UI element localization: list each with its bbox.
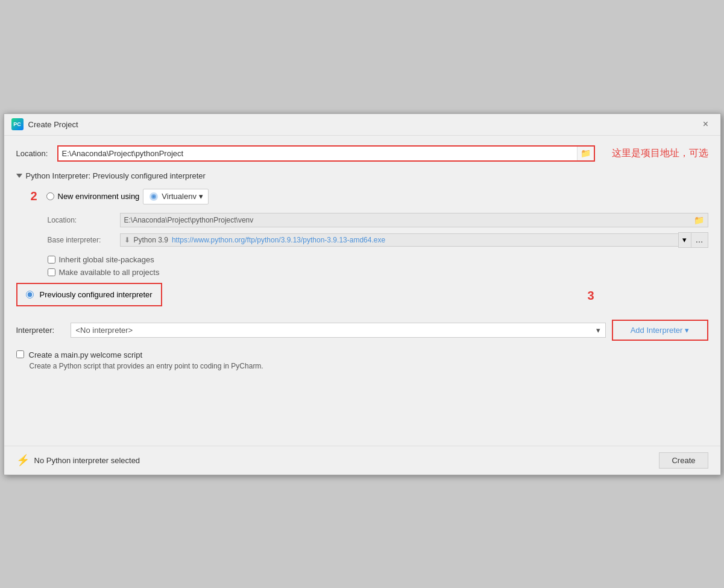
annotation-text: 这里是项目地址，可选: [612, 147, 708, 160]
collapse-triangle[interactable]: [16, 174, 22, 178]
make-available-row: Make available to all projects: [48, 268, 708, 277]
step3-number: 3: [588, 289, 600, 303]
warning-icon: ⚡: [16, 454, 30, 467]
location-field-value: E:\Anaconda\Project\pythonProject\venv 📁: [120, 213, 708, 227]
base-interp-dropdown-btn[interactable]: ▾: [678, 232, 691, 248]
prev-config-left: Previously configured interpreter: [16, 280, 162, 315]
inherit-global-row: Inherit global site-packages: [48, 255, 708, 264]
create-main-description: Create a Python script that provides an …: [30, 362, 708, 370]
interp-dropdown-arrow: ▾: [596, 326, 600, 335]
python-version: Python 3.9: [134, 236, 168, 244]
make-available-checkbox[interactable]: [48, 268, 55, 276]
create-main-checkbox[interactable]: [16, 350, 24, 358]
new-env-label: New environment using: [58, 192, 140, 201]
footer-buttons: Create: [659, 452, 708, 469]
add-interp-label: Add Interpreter: [631, 326, 683, 335]
create-project-dialog: PC Create Project × Location: 📁 这里是项目地址，…: [4, 113, 721, 475]
prev-configured-radio[interactable]: [26, 291, 34, 299]
location-display: [58, 147, 578, 160]
location-input-wrapper: 📁: [57, 145, 595, 162]
title-bar-left: PC Create Project: [11, 118, 78, 130]
interpreter-dropdown[interactable]: <No interpreter> ▾: [71, 323, 606, 338]
indent-block: 2 New environment using Virtualenv ▾: [31, 189, 708, 277]
create-main-label: Create a main.py welcome script: [29, 350, 143, 359]
base-interp-label: Base interpreter:: [48, 236, 120, 244]
warning-text: No Python interpreter selected: [34, 456, 140, 465]
create-main-row: Create a main.py welcome script: [16, 350, 708, 359]
location-sublabel: Location:: [48, 216, 120, 224]
add-interpreter-button[interactable]: Add Interpreter ▾: [612, 320, 708, 341]
pycharm-icon: PC: [11, 118, 24, 130]
prev-configured-label: Previously configured interpreter: [40, 290, 153, 299]
title-bar: PC Create Project ×: [4, 114, 720, 136]
interpreter-label: Interpreter:: [16, 326, 65, 335]
location-folder-button[interactable]: 📁: [577, 147, 593, 160]
prev-configured-section: Previously configured interpreter: [16, 283, 162, 306]
prev-config-outer: Previously configured interpreter 3: [16, 280, 708, 315]
inherit-global-label: Inherit global site-packages: [59, 255, 154, 264]
location-input[interactable]: [58, 147, 578, 160]
virtualenv-label: Virtualenv: [162, 192, 197, 201]
base-interp-more-btn[interactable]: …: [691, 232, 708, 248]
dropdown-arrow-icon: ▾: [199, 192, 203, 201]
close-button[interactable]: ×: [699, 117, 713, 131]
inherit-global-checkbox[interactable]: [48, 256, 55, 264]
location-field-text: E:\Anaconda\Project\pythonProject\venv: [124, 216, 254, 224]
make-available-label: Make available to all projects: [59, 268, 160, 277]
location-sub-folder-icon: 📁: [694, 215, 704, 225]
new-env-row: 2 New environment using Virtualenv ▾: [31, 189, 708, 204]
create-button[interactable]: Create: [659, 452, 708, 469]
download-icon: ⬇: [124, 236, 130, 244]
python-url: https://www.python.org/ftp/python/3.9.13…: [172, 236, 385, 244]
virtualenv-dropdown[interactable]: Virtualenv ▾: [143, 189, 209, 204]
add-interp-arrow: ▾: [685, 326, 689, 335]
location-row: Location: 📁 这里是项目地址，可选: [16, 145, 708, 162]
virtualenv-icon: [148, 191, 159, 202]
interpreter-row: Interpreter: <No interpreter> ▾ Add Inte…: [16, 320, 708, 341]
location-form-row: Location: E:\Anaconda\Project\pythonProj…: [48, 213, 708, 227]
base-interp-value: ⬇ Python 3.9 https://www.python.org/ftp/…: [120, 233, 678, 247]
new-environment-radio[interactable]: [46, 192, 54, 200]
section-header: Python Interpreter: Previously configure…: [16, 171, 708, 180]
no-interpreter-text: <No interpreter>: [76, 326, 133, 335]
step2-area: 2 New environment using Virtualenv ▾: [31, 189, 708, 204]
base-interp-arrow-icon: ▾: [682, 235, 687, 244]
location-label: Location:: [16, 149, 52, 158]
python-interpreter-label: Python Interpreter: Previously configure…: [26, 171, 206, 180]
svg-point-2: [153, 195, 155, 198]
more-icon: …: [696, 235, 704, 244]
base-interp-row: Base interpreter: ⬇ Python 3.9 https://w…: [48, 232, 708, 248]
dialog-footer: ⚡ No Python interpreter selected Create: [4, 446, 720, 475]
footer-warning: ⚡ No Python interpreter selected: [16, 454, 140, 467]
step2-number: 2: [31, 189, 43, 203]
folder-icon: 📁: [581, 148, 591, 158]
dialog-content: Location: 📁 这里是项目地址，可选 Python Interprete…: [4, 136, 720, 446]
dialog-title: Create Project: [28, 120, 78, 129]
